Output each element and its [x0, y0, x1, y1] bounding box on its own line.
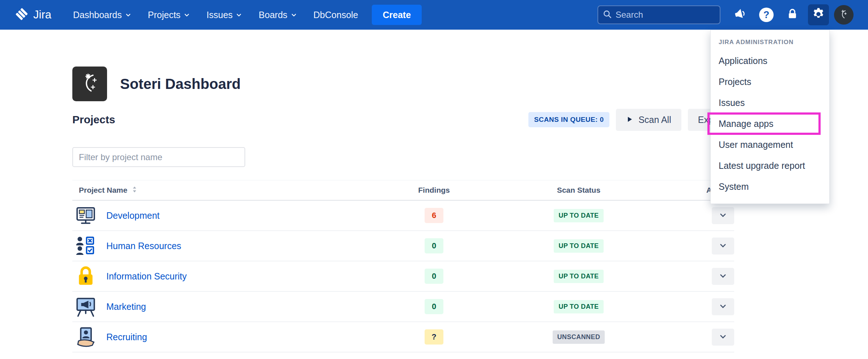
nav-icon-group: ?: [730, 4, 854, 25]
findings-badge: 0: [425, 238, 443, 253]
table-row-human-resources: Human Resources 0 UP TO DATE: [72, 231, 734, 261]
scan-all-button[interactable]: Scan All: [616, 109, 681, 131]
announcements-button[interactable]: [730, 4, 751, 25]
nav-dashboards[interactable]: Dashboards: [73, 10, 131, 20]
question-mark-glyph: ?: [763, 10, 770, 20]
projects-section-heading: Projects: [72, 114, 115, 126]
project-name-header-label: Project Name: [79, 186, 127, 195]
search-icon: [603, 9, 612, 20]
findings-badge: 0: [425, 269, 443, 284]
table-row-marketing: Marketing 0 UP TO DATE: [72, 292, 734, 322]
marketing-megaphone-icon: [75, 296, 97, 317]
project-link-human-resources[interactable]: Human Resources: [106, 241, 181, 251]
column-header-project-name[interactable]: Project Name: [72, 186, 362, 195]
soteri-logo: [72, 67, 107, 101]
scans-in-queue-badge: SCANS IN QUEUE: 0: [528, 112, 610, 127]
table-header-row: Project Name Findings Scan Status Action…: [72, 180, 734, 201]
project-filter-input[interactable]: [72, 147, 245, 167]
project-link-marketing[interactable]: Marketing: [106, 302, 146, 312]
scan-all-label: Scan All: [638, 115, 671, 125]
play-icon: [626, 115, 633, 125]
help-icon: ?: [759, 8, 774, 22]
permissions-button[interactable]: [782, 4, 803, 25]
nav-projects[interactable]: Projects: [148, 10, 190, 20]
admin-menu-header: JIRA ADMINISTRATION: [711, 34, 829, 50]
top-navigation-bar: Jira Dashboards Projects Issues Boards D…: [0, 0, 868, 30]
megaphone-icon: [732, 6, 749, 23]
search-input[interactable]: [616, 10, 715, 20]
table-row-information-security: Information Security 0 UP TO DATE: [72, 261, 734, 292]
chevron-down-icon: [719, 211, 727, 220]
findings-badge: ?: [425, 329, 443, 345]
admin-settings-button[interactable]: [808, 4, 829, 25]
project-link-development[interactable]: Development: [106, 210, 159, 221]
project-link-information-security[interactable]: Information Security: [106, 271, 187, 282]
row-actions-dropdown-button[interactable]: [712, 207, 734, 224]
chevron-down-icon: [719, 302, 727, 311]
nav-issues[interactable]: Issues: [207, 10, 242, 20]
chevron-down-icon: [291, 10, 297, 20]
nav-dbconsole[interactable]: DbConsole: [314, 10, 358, 20]
admin-menu-item-projects[interactable]: Projects: [711, 71, 829, 92]
sort-icon[interactable]: [132, 186, 137, 195]
manage-apps-label: Manage apps: [719, 119, 774, 129]
row-actions-dropdown-button[interactable]: [712, 329, 734, 346]
findings-badge: 6: [425, 208, 443, 223]
nav-boards[interactable]: Boards: [259, 10, 297, 20]
security-lock-icon: [75, 265, 97, 287]
projects-toolbar: Projects SCANS IN QUEUE: 0 Scan All Expo…: [72, 108, 734, 131]
chevron-down-icon: [125, 10, 131, 20]
scan-status-badge: UNSCANNED: [553, 330, 605, 344]
scan-status-badge: UP TO DATE: [554, 270, 603, 283]
row-actions-dropdown-button[interactable]: [712, 268, 734, 285]
brand-text: Jira: [33, 8, 51, 21]
chevron-down-icon: [719, 272, 727, 281]
nav-boards-label: Boards: [259, 10, 287, 20]
create-button[interactable]: Create: [372, 5, 422, 25]
nav-dashboards-label: Dashboards: [73, 10, 122, 20]
table-row-development: Development 6 UP TO DATE: [72, 201, 734, 231]
row-actions-dropdown-button[interactable]: [712, 298, 734, 315]
scan-status-badge: UP TO DATE: [554, 300, 603, 313]
page-title: Soteri Dashboard: [120, 76, 241, 92]
admin-menu-item-applications[interactable]: Applications: [711, 50, 829, 71]
project-link-recruiting[interactable]: Recruiting: [106, 332, 147, 342]
admin-menu-item-manage-apps[interactable]: Manage apps: [711, 113, 829, 134]
human-resources-people-icon: [75, 235, 97, 257]
search-box[interactable]: [597, 5, 720, 24]
gear-icon: [811, 7, 826, 23]
page-title-row: Soteri Dashboard: [72, 67, 241, 101]
column-header-findings: Findings: [362, 186, 506, 195]
table-row-recruiting: Recruiting ? UNSCANNED: [72, 322, 734, 352]
toolbar-actions: SCANS IN QUEUE: 0 Scan All Export: [528, 109, 734, 131]
avatar-pattern-icon: [838, 8, 850, 21]
jira-administration-dropdown: JIRA ADMINISTRATION Applications Project…: [710, 30, 830, 204]
nav-projects-label: Projects: [148, 10, 180, 20]
chevron-down-icon: [719, 333, 727, 342]
projects-table: Project Name Findings Scan Status Action…: [72, 180, 734, 352]
jira-home-link[interactable]: Jira: [14, 7, 51, 23]
findings-badge: 0: [425, 299, 443, 314]
row-actions-dropdown-button[interactable]: [712, 238, 734, 255]
jira-logo-icon: [14, 7, 29, 23]
chevron-down-icon: [184, 10, 190, 20]
scan-status-badge: UP TO DATE: [554, 209, 603, 222]
development-monitor-icon: [75, 205, 97, 226]
chevron-down-icon: [236, 10, 242, 20]
help-button[interactable]: ?: [756, 4, 777, 25]
recruiting-hand-icon: [75, 326, 97, 348]
lock-icon: [786, 8, 799, 22]
admin-menu-item-latest-upgrade-report[interactable]: Latest upgrade report: [711, 155, 829, 176]
chevron-down-icon: [719, 242, 727, 251]
nav-issues-label: Issues: [207, 10, 233, 20]
main-menu: Dashboards Projects Issues Boards DbCons…: [73, 10, 358, 20]
admin-menu-item-issues[interactable]: Issues: [711, 92, 829, 113]
user-avatar[interactable]: [834, 5, 854, 25]
nav-dbconsole-label: DbConsole: [314, 10, 358, 20]
scan-status-badge: UP TO DATE: [554, 239, 603, 253]
admin-menu-item-user-management[interactable]: User management: [711, 134, 829, 155]
admin-menu-item-system[interactable]: System: [711, 176, 829, 197]
column-header-scan-status: Scan Status: [506, 186, 651, 195]
